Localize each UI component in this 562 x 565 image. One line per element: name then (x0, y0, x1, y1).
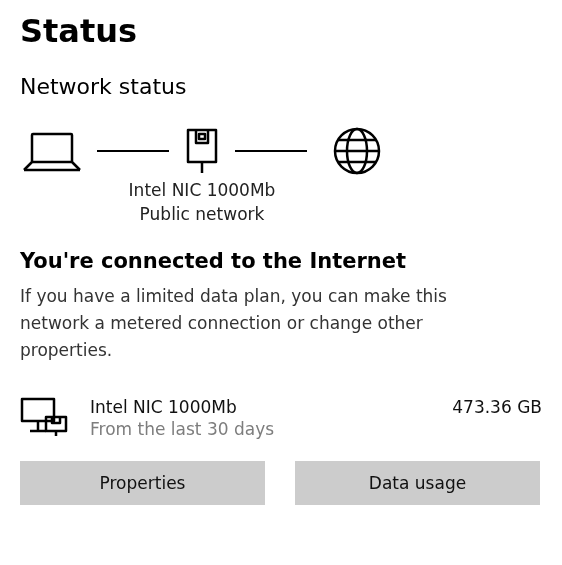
adapter-row: Intel NIC 1000Mb From the last 30 days 4… (20, 397, 542, 439)
ethernet-adapter-icon (20, 397, 68, 437)
router-name: Intel NIC 1000Mb (62, 179, 342, 203)
page-title: Status (20, 12, 542, 50)
data-usage-button[interactable]: Data usage (295, 461, 540, 505)
svg-rect-0 (32, 134, 72, 162)
connection-status-description: If you have a limited data plan, you can… (20, 283, 520, 365)
network-type: Public network (62, 203, 342, 227)
svg-rect-2 (199, 134, 205, 139)
router-icon (184, 127, 220, 175)
connector-line-1 (97, 150, 169, 152)
properties-button[interactable]: Properties (20, 461, 265, 505)
laptop-icon (22, 130, 82, 172)
adapter-period: From the last 30 days (90, 419, 430, 439)
adapter-name: Intel NIC 1000Mb (90, 397, 430, 417)
connection-status-headline: You're connected to the Internet (20, 249, 542, 273)
button-row: Properties Data usage (20, 461, 542, 505)
section-title: Network status (20, 74, 542, 99)
network-diagram: Intel NIC 1000Mb Public network (22, 127, 542, 175)
adapter-usage: 473.36 GB (452, 397, 542, 417)
globe-icon (327, 127, 387, 175)
connector-line-2 (235, 150, 307, 152)
